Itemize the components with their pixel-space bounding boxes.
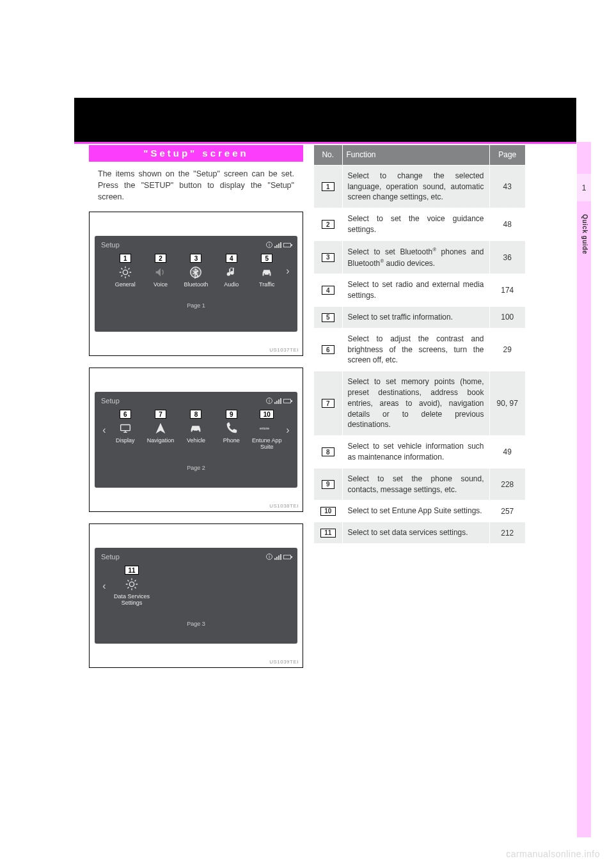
cell-no: 3 [314, 240, 342, 274]
table-row: 2Select to set the voice guidance settin… [314, 208, 525, 241]
table-row: 5Select to set traffic information.100 [314, 306, 525, 328]
cell-function: Select to set memory points (home, prese… [342, 371, 489, 436]
cell-no: 8 [314, 436, 342, 469]
setup-item-label: Traffic [259, 282, 275, 288]
th-function: Function [342, 145, 489, 165]
svg-point-8 [129, 582, 134, 587]
cell-no: 11 [314, 522, 342, 543]
screenshot-page-2: Setup i ‹ 6 D [89, 368, 303, 512]
setup-item-general[interactable]: 1 General [109, 254, 141, 288]
battery-icon [283, 555, 291, 559]
cell-function: Select to set the phone sound, contacts,… [342, 468, 489, 500]
section-title: "Setup" screen [89, 145, 303, 162]
svg-rect-4 [120, 425, 130, 431]
page-right-arrow[interactable]: › [285, 266, 291, 276]
setup-page-label: Page 3 [101, 621, 291, 627]
image-id: US1039TEI [269, 659, 299, 665]
setup-page-label: Page 2 [101, 465, 291, 471]
callout-1: 1 [120, 254, 131, 263]
cell-function: Select to set vehicle information such a… [342, 436, 489, 469]
car-icon [258, 265, 275, 279]
setup-item-data-services[interactable]: 11 Data Services Settings [111, 566, 152, 607]
table-row: 10Select to set Entune App Suite setting… [314, 500, 525, 522]
signal-icon [274, 554, 281, 560]
cell-function: Select to set Bluetooth® phones and Blue… [342, 240, 489, 274]
setup-item-voice[interactable]: 2 Voice [145, 254, 177, 288]
table-row: 4Select to set radio and external media … [314, 274, 525, 307]
image-id: US1038TEI [269, 503, 299, 509]
svg-point-0 [123, 270, 127, 275]
row-index-box: 10 [320, 507, 336, 516]
callout-8: 8 [190, 410, 201, 419]
left-column: "Setup" screen The items shown on the "S… [89, 145, 303, 679]
table-row: 3Select to set Bluetooth® phones and Blu… [314, 240, 525, 274]
svg-point-5 [193, 430, 194, 431]
cell-function: Select to set traffic information. [342, 306, 489, 328]
battery-icon [283, 399, 291, 403]
svg-text:entune: entune [260, 428, 269, 431]
setup-title: Setup [101, 241, 120, 249]
screenshot-page-3: Setup i ‹ 11 [89, 523, 303, 668]
page-left-arrow[interactable]: ‹ [101, 425, 107, 435]
row-index-box: 7 [322, 399, 335, 408]
function-table-wrap: No. Function Page 1Select to change the … [314, 145, 525, 543]
callout-7: 7 [155, 410, 166, 419]
vehicle-icon [187, 421, 204, 435]
setup-item-label: Phone [223, 438, 240, 444]
cell-page: 48 [489, 208, 525, 241]
callout-11: 11 [125, 566, 139, 575]
setup-item-phone[interactable]: 9 Phone [216, 410, 248, 451]
setup-item-label: Navigation [147, 438, 175, 444]
callout-10: 10 [260, 410, 274, 419]
chapter-number: 1 [582, 183, 586, 192]
cell-page: 174 [489, 274, 525, 307]
setup-item-label: Audio [224, 282, 239, 288]
setup-panel: Setup i 1 Ge [95, 236, 297, 332]
cell-page: 36 [489, 240, 525, 274]
gear-sun-icon [117, 265, 134, 279]
nav-icon [152, 421, 169, 435]
info-icon: i [266, 242, 272, 248]
setup-item-vehicle[interactable]: 8 Vehicle [180, 410, 212, 451]
setup-item-display[interactable]: 6 Display [109, 410, 141, 451]
row-index-box: 5 [322, 313, 335, 322]
battery-icon [283, 243, 291, 247]
cell-page: 43 [489, 165, 525, 208]
th-page: Page [489, 145, 525, 165]
screenshot-page-1: Setup i 1 Ge [89, 212, 303, 356]
setup-item-bluetooth[interactable]: 3 Bluetooth [180, 254, 212, 288]
status-icons: i [266, 554, 291, 560]
setup-item-label: General [115, 282, 136, 288]
chapter-label: Quick guide [578, 214, 592, 278]
chapter-tab[interactable]: 1 [577, 174, 591, 201]
watermark: carmanualsonline.info [506, 849, 600, 859]
page-left-arrow[interactable]: ‹ [101, 581, 107, 591]
setup-page-label: Page 1 [101, 302, 291, 309]
table-row: 6Select to adjust the contrast and brigh… [314, 328, 525, 371]
cell-page: 228 [489, 468, 525, 500]
setup-title: Setup [101, 553, 120, 561]
page-right-arrow[interactable]: › [285, 425, 291, 435]
setup-item-navigation[interactable]: 7 Navigation [145, 410, 177, 451]
setup-item-label: Vehicle [187, 438, 205, 444]
cell-no: 5 [314, 306, 342, 328]
display-icon [117, 421, 134, 435]
cell-function: Select to set data services settings. [342, 522, 489, 543]
header-underline [74, 142, 576, 144]
table-body: 1Select to change the selected language,… [314, 165, 525, 543]
cell-no: 2 [314, 208, 342, 241]
row-index-box: 3 [322, 253, 335, 262]
voice-icon [152, 265, 169, 279]
table-row: 8Select to set vehicle information such … [314, 436, 525, 469]
setup-item-label: Entune App Suite [251, 438, 283, 451]
cell-no: 9 [314, 468, 342, 500]
row-index-box: 11 [320, 529, 336, 538]
section-intro: The items shown on the "Setup" screen ca… [98, 168, 294, 203]
table-row: 11Select to set data services settings.2… [314, 522, 525, 543]
phone-icon [223, 421, 240, 435]
setup-item-audio[interactable]: 4 Audio [216, 254, 248, 288]
setup-item-traffic[interactable]: 5 Traffic [251, 254, 283, 288]
setup-panel: Setup i ‹ 6 D [95, 392, 297, 488]
image-id: US1037TEI [269, 347, 299, 353]
setup-item-entune[interactable]: 10 entune Entune App Suite [251, 410, 283, 451]
